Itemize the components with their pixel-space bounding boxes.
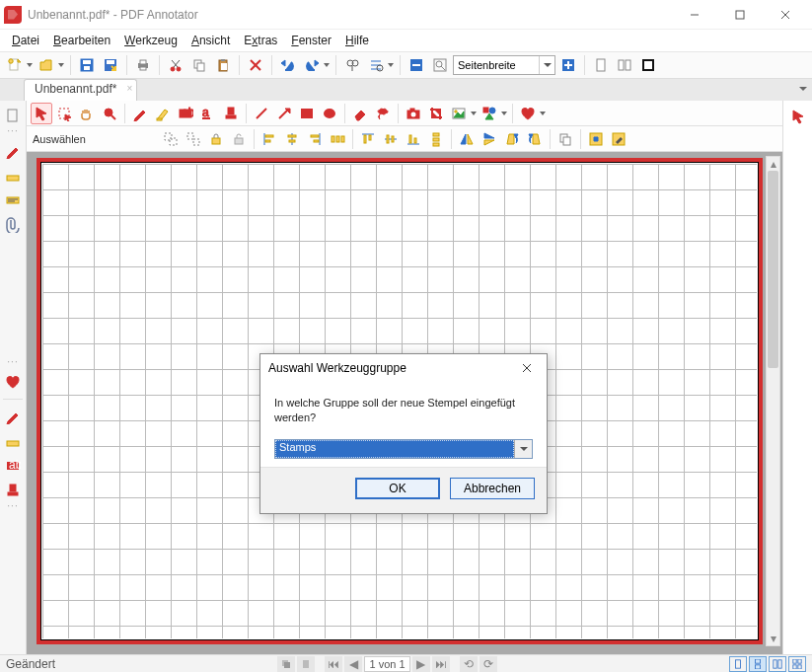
zoom-dropdown-button[interactable] <box>539 56 554 74</box>
menu-datei[interactable]: Datei <box>6 32 45 49</box>
eraser-annot[interactable] <box>349 103 371 124</box>
fit-selection-button[interactable] <box>585 128 607 150</box>
align-bottom-button[interactable] <box>403 128 424 150</box>
tab-close-icon[interactable]: × <box>127 83 133 94</box>
nav-fwd-button[interactable]: ⟳ <box>480 656 497 672</box>
align-top-button[interactable] <box>357 128 379 150</box>
marker-annot[interactable] <box>152 103 174 124</box>
delete-button[interactable] <box>245 54 266 76</box>
recent-highlight-icon[interactable] <box>2 430 24 452</box>
sidebar-page-icon[interactable] <box>2 105 24 126</box>
save-button[interactable] <box>76 54 98 76</box>
search-list-button[interactable] <box>365 54 395 76</box>
minimize-button[interactable] <box>672 0 717 30</box>
page-field[interactable]: 1 von 1 <box>364 656 409 672</box>
find-button[interactable] <box>341 54 363 76</box>
page-single-button[interactable] <box>297 656 315 672</box>
nav-back-button[interactable]: ⟲ <box>460 656 478 672</box>
page-next-button[interactable]: ▶ <box>412 656 430 672</box>
edit-selection-button[interactable] <box>608 128 629 150</box>
print-button[interactable] <box>132 54 154 76</box>
scroll-up-button[interactable]: ▴ <box>767 157 779 171</box>
menu-fenster[interactable]: Fenster <box>285 32 337 49</box>
pan-tool[interactable] <box>76 103 98 124</box>
text-highlight-tool[interactable] <box>2 189 24 211</box>
line-annot[interactable] <box>251 103 272 124</box>
flip-v-button[interactable] <box>479 128 500 150</box>
highlighter-tool[interactable] <box>2 165 24 187</box>
scrollbar-thumb[interactable] <box>768 171 778 368</box>
page-layers-button[interactable] <box>277 656 295 672</box>
undo-button[interactable] <box>277 54 299 76</box>
zoom-tool[interactable] <box>99 103 120 124</box>
new-file-button[interactable] <box>4 54 34 76</box>
align-left-button[interactable] <box>258 128 280 150</box>
stamp-annot[interactable] <box>220 103 242 124</box>
maximize-button[interactable] <box>717 0 763 30</box>
recent-pen-icon[interactable] <box>2 406 24 427</box>
view-single-button[interactable] <box>729 656 747 672</box>
lasso-erase-annot[interactable] <box>372 103 394 124</box>
tab-document[interactable]: Unbenannt.pdf* × <box>24 79 137 101</box>
zoom-in-button[interactable] <box>557 54 579 76</box>
underline-annot[interactable]: a <box>197 103 219 124</box>
ungroup-button[interactable] <box>183 128 204 150</box>
arrow-annot[interactable] <box>273 103 295 124</box>
save-as-button[interactable] <box>100 54 121 76</box>
page-view-button[interactable] <box>590 54 612 76</box>
dialog-cancel-button[interactable]: Abbrechen <box>450 478 535 499</box>
view-two-page-button[interactable] <box>769 656 786 672</box>
dialog-ok-button[interactable]: OK <box>355 478 440 499</box>
zoom-picker-button[interactable] <box>429 54 451 76</box>
page-last-button[interactable]: ⏭ <box>432 656 450 672</box>
copy-button[interactable] <box>188 54 210 76</box>
redo-button[interactable] <box>301 54 331 76</box>
rotate-left-button[interactable] <box>501 128 523 150</box>
recent-textbox-icon[interactable]: ab <box>2 455 24 477</box>
paste-button[interactable] <box>212 54 234 76</box>
lasso-tool[interactable] <box>53 103 75 124</box>
group-button[interactable] <box>160 128 182 150</box>
zoom-input[interactable] <box>454 56 539 74</box>
rect-annot[interactable] <box>296 103 318 124</box>
vertical-scrollbar[interactable]: ▴ ▾ <box>766 156 780 646</box>
fullscreen-button[interactable] <box>637 54 659 76</box>
recent-stamp-icon[interactable] <box>2 480 24 501</box>
rotate-right-button[interactable] <box>524 128 546 150</box>
favorites-annot[interactable] <box>517 103 547 124</box>
flip-h-button[interactable] <box>456 128 478 150</box>
copy-style-button[interactable] <box>554 128 576 150</box>
shape-library-annot[interactable] <box>479 103 508 124</box>
scroll-down-button[interactable]: ▾ <box>767 632 779 645</box>
menu-hilfe[interactable]: Hilfe <box>339 32 375 49</box>
attachment-tool[interactable] <box>2 214 24 236</box>
distribute-h-button[interactable] <box>327 128 348 150</box>
dialog-group-select-dropdown[interactable] <box>514 440 532 458</box>
textbox-annot[interactable]: ab <box>175 103 196 124</box>
align-right-button[interactable] <box>304 128 326 150</box>
two-page-button[interactable] <box>614 54 635 76</box>
dialog-titlebar[interactable]: Auswahl Werkzeuggruppe <box>260 354 547 382</box>
snapshot-annot[interactable] <box>403 103 424 124</box>
menu-extras[interactable]: Extras <box>238 32 283 49</box>
align-center-h-button[interactable] <box>281 128 303 150</box>
distribute-v-button[interactable] <box>425 128 447 150</box>
ellipse-annot[interactable] <box>319 103 340 124</box>
unlock-button[interactable] <box>228 128 250 150</box>
favorite-heart-icon[interactable] <box>2 371 24 393</box>
view-continuous-button[interactable] <box>749 656 767 672</box>
pen-annot[interactable] <box>129 103 151 124</box>
zoom-combo[interactable] <box>453 55 555 75</box>
open-file-button[interactable] <box>36 54 65 76</box>
menu-werkzeug[interactable]: Werkzeug <box>118 32 184 49</box>
dialog-group-select[interactable]: Stamps <box>274 439 533 459</box>
cut-button[interactable] <box>165 54 186 76</box>
page-first-button[interactable]: ⏮ <box>325 656 342 672</box>
pen-tool[interactable] <box>2 140 24 162</box>
close-button[interactable] <box>763 0 808 30</box>
crop-annot[interactable] <box>425 103 447 124</box>
view-two-cont-button[interactable] <box>788 656 806 672</box>
tab-overflow-button[interactable] <box>796 82 810 96</box>
page-prev-button[interactable]: ◀ <box>344 656 362 672</box>
select-tool[interactable] <box>31 103 52 124</box>
